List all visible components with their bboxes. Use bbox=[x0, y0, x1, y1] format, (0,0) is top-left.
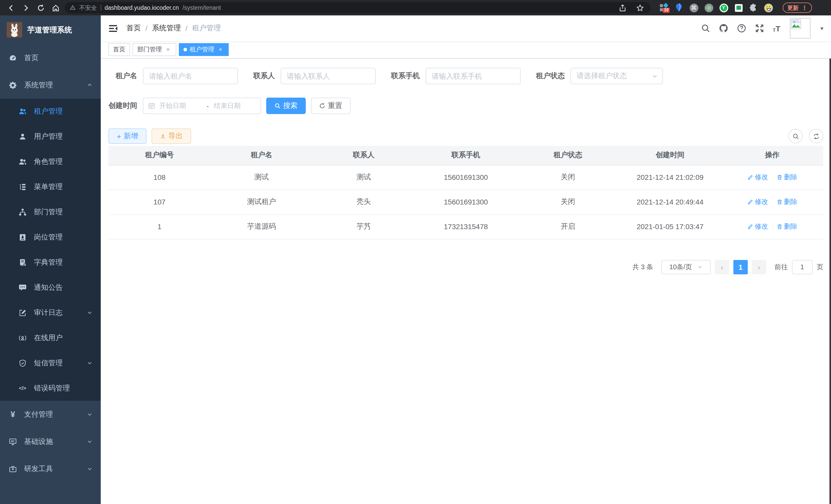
github-icon[interactable] bbox=[719, 24, 728, 33]
extension-y-icon[interactable]: Y bbox=[719, 3, 728, 12]
help-icon[interactable] bbox=[737, 24, 746, 33]
export-button[interactable]: 导出 bbox=[152, 128, 191, 144]
prev-page-button[interactable]: ‹ bbox=[715, 260, 729, 274]
url-path[interactable]: /system/tenant bbox=[182, 5, 221, 11]
online-user-icon bbox=[19, 334, 27, 342]
chevron-up-icon bbox=[87, 82, 92, 88]
browser-reload-button[interactable] bbox=[35, 2, 46, 13]
sidebar-item-home[interactable]: 首页 bbox=[0, 44, 101, 71]
end-date-placeholder[interactable]: 结束日期 bbox=[214, 101, 256, 111]
delete-link[interactable]: 删除 bbox=[776, 222, 797, 231]
breadcrumb-home[interactable]: 首页 bbox=[126, 24, 141, 33]
sidebar-item-tenant[interactable]: 租户管理 bbox=[0, 99, 101, 124]
delete-link[interactable]: 删除 bbox=[776, 173, 797, 182]
avatar[interactable] bbox=[790, 18, 811, 38]
mobile-input[interactable] bbox=[426, 68, 521, 84]
table-row: 1 芋道源码 芋艿 17321315478 开启 2021-01-05 17:0… bbox=[109, 214, 823, 239]
security-label[interactable]: 不安全 bbox=[79, 4, 97, 11]
tenant-name-input[interactable] bbox=[143, 68, 238, 84]
sidebar-item-error-code[interactable]: </> 错误码管理 bbox=[0, 376, 101, 401]
tab-tenant[interactable]: 租户管理 × bbox=[179, 43, 229, 56]
col-header-status: 租户状态 bbox=[517, 146, 619, 165]
add-button[interactable]: + 新增 bbox=[109, 128, 146, 144]
edit-link[interactable]: 修改 bbox=[747, 197, 768, 207]
browser-forward-button[interactable] bbox=[20, 2, 31, 13]
status-select-placeholder: 请选择租户状态 bbox=[577, 71, 627, 81]
search-button[interactable]: 搜索 bbox=[266, 98, 306, 114]
sidebar-item-system[interactable]: 系统管理 bbox=[0, 71, 101, 99]
bookmark-star-icon[interactable] bbox=[634, 2, 646, 13]
extension-grid-icon[interactable]: 10 bbox=[659, 3, 668, 12]
share-icon[interactable] bbox=[617, 2, 628, 13]
dictionary-icon bbox=[19, 258, 27, 266]
header-search-icon[interactable] bbox=[701, 24, 710, 33]
goto-page-input[interactable] bbox=[792, 260, 812, 274]
sidebar-item-dict[interactable]: 字典管理 bbox=[0, 250, 101, 275]
sidebar-item-pay[interactable]: ¥ 支付管理 bbox=[0, 401, 101, 428]
download-icon bbox=[160, 133, 166, 139]
tab-dept[interactable]: 部门管理 × bbox=[133, 43, 176, 56]
page-size-select[interactable]: 10条/页 bbox=[661, 260, 711, 274]
breadcrumb-separator: / bbox=[145, 24, 147, 32]
delete-link[interactable]: 删除 bbox=[776, 197, 797, 207]
page-button-1[interactable]: 1 bbox=[733, 260, 748, 274]
tab-label: 部门管理 bbox=[137, 45, 162, 54]
fullscreen-icon[interactable] bbox=[755, 24, 764, 33]
security-warning-icon[interactable] bbox=[70, 4, 76, 11]
close-icon[interactable]: × bbox=[217, 46, 224, 53]
extension-balloon-icon[interactable] bbox=[674, 3, 684, 12]
sidebar-item-infra[interactable]: 基础设施 bbox=[0, 428, 101, 455]
sidebar-item-label: 用户管理 bbox=[34, 132, 92, 141]
sidebar-item-label: 审计日志 bbox=[34, 308, 87, 317]
sidebar-item-post[interactable]: 岗位管理 bbox=[0, 225, 101, 250]
cell-name: 测试租户 bbox=[210, 189, 312, 214]
font-size-icon[interactable]: TT bbox=[773, 24, 780, 33]
hide-search-button[interactable] bbox=[789, 129, 803, 143]
sidebar-item-audit-log[interactable]: 审计日志 bbox=[0, 300, 101, 325]
caret-down-icon[interactable]: ▾ bbox=[821, 25, 823, 32]
extension-record-icon[interactable] bbox=[704, 3, 713, 12]
breadcrumb-system[interactable]: 系统管理 bbox=[152, 24, 181, 33]
status-select[interactable]: 请选择租户状态 bbox=[570, 68, 663, 84]
edit-link[interactable]: 修改 bbox=[747, 173, 768, 182]
edit-link[interactable]: 修改 bbox=[747, 222, 768, 231]
chevron-down-icon bbox=[652, 73, 658, 79]
browser-back-button[interactable] bbox=[5, 2, 17, 13]
browser-home-button[interactable] bbox=[50, 2, 61, 13]
extension-chat-icon[interactable] bbox=[734, 3, 743, 12]
sidebar-item-online-users[interactable]: 在线用户 bbox=[0, 325, 101, 350]
sidebar-item-dept[interactable]: 部门管理 bbox=[0, 199, 101, 225]
extension-command-icon[interactable]: ⌘ bbox=[689, 3, 698, 12]
sidebar-item-notice[interactable]: 通知公告 bbox=[0, 275, 101, 300]
sidebar-item-label: 租户管理 bbox=[34, 107, 92, 116]
chevron-down-icon bbox=[697, 264, 703, 270]
contact-input[interactable] bbox=[281, 68, 376, 84]
extension-emoji-icon[interactable] bbox=[764, 3, 773, 12]
page-size-value: 10条/页 bbox=[669, 262, 692, 271]
refresh-table-button[interactable] bbox=[809, 129, 823, 143]
start-date-placeholder[interactable]: 开始日期 bbox=[159, 101, 201, 111]
extension-puzzle-icon[interactable] bbox=[749, 3, 758, 12]
reset-button[interactable]: 重置 bbox=[311, 98, 350, 114]
active-dot bbox=[183, 48, 187, 51]
address-bar[interactable]: 不安全 dashboard.yudao.iocoder.cn/system/te… bbox=[65, 2, 651, 13]
tab-home[interactable]: 首页 bbox=[109, 43, 130, 56]
breadcrumb-separator: / bbox=[185, 24, 188, 32]
tags-view: 首页 部门管理 × 租户管理 × bbox=[101, 41, 831, 59]
browser-menu-icon[interactable]: ⋮ bbox=[802, 4, 807, 11]
sidebar-item-sms[interactable]: 短信管理 bbox=[0, 350, 101, 376]
field-contact: 联系人 bbox=[253, 68, 376, 84]
col-header-contact: 联系人 bbox=[313, 146, 415, 165]
browser-update-button[interactable]: 更新 ⋮ bbox=[783, 3, 812, 13]
next-page-button[interactable]: › bbox=[752, 260, 766, 274]
sidebar-fold-icon[interactable] bbox=[109, 23, 118, 33]
sidebar-item-devtools[interactable]: 研发工具 bbox=[0, 455, 101, 482]
url-host[interactable]: dashboard.yudao.iocoder.cn bbox=[105, 5, 179, 11]
field-status: 租户状态 请选择租户状态 bbox=[536, 68, 663, 84]
sidebar-item-role[interactable]: 角色管理 bbox=[0, 149, 101, 174]
close-icon[interactable]: × bbox=[165, 46, 172, 53]
sidebar-item-user[interactable]: 用户管理 bbox=[0, 124, 101, 149]
sidebar-item-menu[interactable]: 菜单管理 bbox=[0, 174, 101, 199]
create-time-range-picker[interactable]: 开始日期 - 结束日期 bbox=[143, 98, 261, 114]
cell-status: 开启 bbox=[517, 214, 619, 239]
